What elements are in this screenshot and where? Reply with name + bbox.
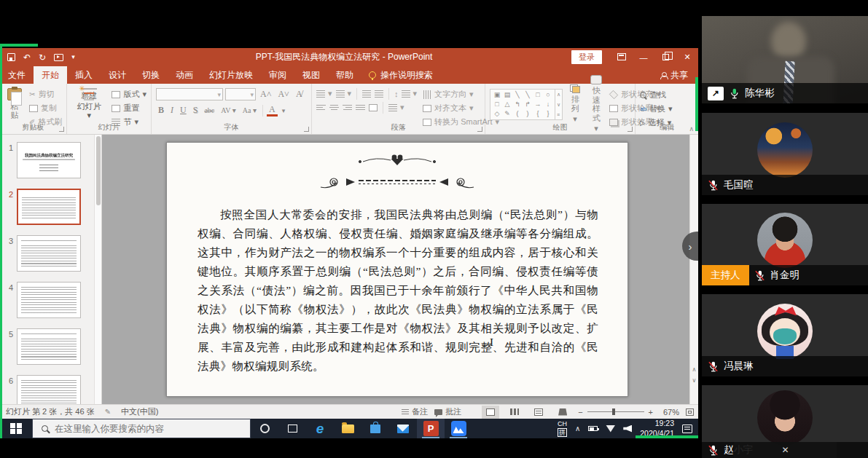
qat-more-icon[interactable]: ▾ <box>71 54 75 60</box>
previous-slide-icon[interactable]: ∧ <box>692 366 697 373</box>
normal-view-button[interactable] <box>482 406 499 419</box>
close-button[interactable]: ✕ <box>676 52 698 62</box>
minimize-button[interactable]: — <box>633 53 654 62</box>
zoom-in-button[interactable]: + <box>649 408 653 416</box>
shrink-font-button[interactable]: A˅ <box>275 88 291 100</box>
file-explorer-button[interactable] <box>334 419 361 438</box>
thumbnail-slide-1[interactable]: 我国民法典物权编立法研究 <box>17 142 81 178</box>
shapes-gallery[interactable]: ▣▤╲╲□○ □△↰↱→↓ ◇✎(){} <box>490 89 555 120</box>
slide-sorter-view-button[interactable] <box>506 406 523 419</box>
fit-to-window-icon[interactable] <box>686 408 694 416</box>
task-view-button[interactable] <box>278 419 306 438</box>
underline-button[interactable]: U <box>178 104 189 117</box>
decrease-indent-button[interactable] <box>362 90 371 98</box>
cortana-button[interactable] <box>251 419 278 438</box>
store-button[interactable] <box>361 419 389 438</box>
thumbnail-slide-4[interactable] <box>17 282 81 318</box>
columns-button[interactable] <box>369 104 378 111</box>
zoom-level[interactable]: 67% <box>657 408 679 416</box>
thumbnail-slide-2-selected[interactable] <box>17 189 81 225</box>
volume-icon[interactable] <box>623 425 632 433</box>
battery-icon[interactable] <box>588 426 598 431</box>
text-shadow-button[interactable]: S <box>191 104 200 117</box>
increase-indent-button[interactable] <box>375 90 383 98</box>
bold-button[interactable]: B <box>156 104 166 117</box>
taskbar-search[interactable] <box>32 419 251 438</box>
new-slide-button[interactable]: 新建 幻灯片 ▾ <box>71 87 106 122</box>
tab-home[interactable]: 开始 <box>34 66 67 84</box>
zoom-out-button[interactable]: − <box>578 408 582 416</box>
quick-styles-button[interactable]: 快速样式▾ <box>587 87 605 122</box>
arrange-button[interactable]: 排列▾ <box>567 87 583 122</box>
collapse-ribbon-icon[interactable]: ∧ <box>689 125 694 133</box>
find-button[interactable]: 查找 <box>640 90 694 100</box>
clipboard-dialog-launcher[interactable] <box>59 127 64 132</box>
thumbnail-slide-5[interactable] <box>17 328 81 365</box>
wifi-icon[interactable] <box>606 425 615 433</box>
share-button[interactable]: 共享 <box>650 66 698 84</box>
slide-scrollbar[interactable]: ∧ ∨ <box>689 135 698 404</box>
next-slide-icon[interactable]: ∨ <box>692 377 697 384</box>
font-size-combo[interactable]: ▾ <box>225 88 256 100</box>
shapes-scroll[interactable]: ∧∨≡ <box>555 89 563 120</box>
bullets-button[interactable]: ▾ <box>316 89 332 98</box>
tab-file[interactable]: 文件 <box>0 66 34 84</box>
align-center-button[interactable] <box>329 104 339 111</box>
participant-tile[interactable]: 冯晨琳 <box>702 294 868 376</box>
change-case-button[interactable]: Aa ▾ <box>241 106 259 115</box>
align-left-button[interactable] <box>316 104 326 111</box>
save-icon[interactable] <box>7 53 15 61</box>
thumbnail-slide-6[interactable] <box>17 375 81 404</box>
notification-toast[interactable]: ✕ <box>734 442 837 458</box>
accessibility-icon[interactable]: ✎ <box>105 408 111 416</box>
zoom-slider[interactable] <box>587 411 644 412</box>
slide-body-text[interactable]: 按照全国人大常委会的安排，我国民法典将由总则编（“民法总则”）与物权编、合同编、… <box>198 205 598 376</box>
participant-tile-video[interactable]: ↗ 陈华彬 <box>702 16 868 103</box>
search-input[interactable] <box>55 424 230 434</box>
slideshow-view-button[interactable] <box>554 406 571 419</box>
tab-slideshow[interactable]: 幻灯片放映 <box>201 66 261 84</box>
tell-me-search[interactable]: 操作说明搜索 <box>361 66 440 84</box>
replace-button[interactable]: ab替换 ▾ <box>640 103 694 114</box>
comments-button[interactable]: 批注 <box>434 406 461 417</box>
numbering-button[interactable]: ▾ <box>336 89 352 98</box>
line-spacing-button[interactable]: ↕▾ <box>394 89 417 98</box>
reset-button[interactable]: 重置 <box>112 103 146 114</box>
cut-button[interactable]: ✂剪切 <box>29 89 62 100</box>
font-name-combo[interactable]: ▾ <box>156 88 223 100</box>
tab-view[interactable]: 视图 <box>294 66 328 84</box>
text-columns-button[interactable]: ▾ <box>388 103 404 112</box>
start-slideshow-icon[interactable] <box>54 54 63 61</box>
close-icon[interactable]: ✕ <box>781 445 789 455</box>
redo-icon[interactable]: ↻ <box>39 53 46 62</box>
mail-button[interactable] <box>389 419 417 438</box>
tab-insert[interactable]: 插入 <box>67 66 101 84</box>
paste-button[interactable]: 粘贴 <box>4 87 25 122</box>
tab-transitions[interactable]: 切换 <box>134 66 168 84</box>
reading-view-button[interactable] <box>530 406 547 419</box>
login-button[interactable]: 登录 <box>571 50 602 64</box>
start-button[interactable] <box>0 419 32 438</box>
align-right-button[interactable] <box>343 104 352 111</box>
font-color-dropdown[interactable]: ▾ <box>280 106 288 115</box>
tab-design[interactable]: 设计 <box>101 66 134 84</box>
language-label[interactable]: 中文(中国) <box>121 406 158 417</box>
thumbnails-scrollbar[interactable] <box>94 135 101 404</box>
character-spacing-button[interactable]: AV ▾ <box>219 106 238 115</box>
drawing-dialog-launcher[interactable] <box>627 127 633 132</box>
edge-button[interactable]: e <box>306 419 334 438</box>
strikethrough-button[interactable]: abc <box>202 106 216 115</box>
tab-animations[interactable]: 动画 <box>168 66 201 84</box>
tab-review[interactable]: 审阅 <box>261 66 294 84</box>
tray-expand-icon[interactable]: ∧ <box>575 425 580 433</box>
layout-button[interactable]: 版式 ▾ <box>112 89 146 100</box>
meeting-app-taskbar-button[interactable] <box>445 419 472 438</box>
powerpoint-taskbar-button[interactable]: P <box>417 419 445 438</box>
notes-button[interactable]: 备注 <box>402 406 428 417</box>
copy-button[interactable]: 复制 <box>29 103 62 114</box>
undo-icon[interactable]: ↶ <box>23 53 31 62</box>
participant-tile-host[interactable]: 主持人 肖金明 <box>702 204 868 285</box>
justify-button[interactable] <box>356 104 365 111</box>
font-dialog-launcher[interactable] <box>304 127 309 132</box>
thumbnail-slide-3[interactable] <box>17 235 81 272</box>
